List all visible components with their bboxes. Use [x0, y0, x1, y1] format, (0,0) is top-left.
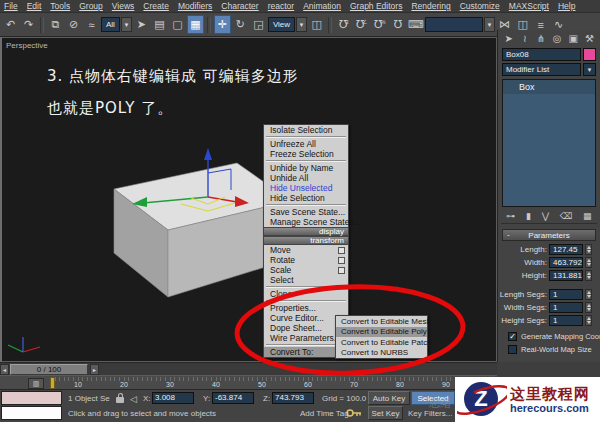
quad-menu-item[interactable]: Unfreeze All — [264, 139, 348, 149]
submenu-item-nurbs[interactable]: Convert to NURBS — [336, 348, 427, 359]
settings-box-icon[interactable] — [338, 247, 345, 254]
menubar-item[interactable]: Create — [143, 1, 169, 11]
quad-menu-item[interactable]: Unhide All — [264, 173, 348, 183]
realworld-map-checkbox[interactable] — [508, 345, 517, 354]
height-input[interactable]: 131.881 — [549, 270, 583, 281]
width-input[interactable]: 463.792 — [549, 257, 583, 268]
make-unique-icon[interactable]: ⋁ — [542, 211, 549, 221]
unlink-icon[interactable]: ⊘ — [65, 15, 82, 34]
parameters-rollout-header[interactable]: - Parameters — [502, 229, 596, 241]
width-segs-spinner[interactable] — [585, 302, 592, 313]
z-coordinate-field[interactable]: 743.793 — [272, 392, 314, 404]
angle-snap-icon[interactable]: ℧∠ — [353, 15, 370, 34]
tab-modify-icon[interactable]: ≀ — [517, 32, 532, 46]
quad-menu-item[interactable]: Isolate Selection — [264, 125, 348, 135]
length-segs-input[interactable]: 1 — [549, 289, 583, 300]
spinner-snap-icon[interactable]: ℧ — [389, 15, 406, 34]
scale-tool-icon[interactable]: ◲ — [250, 15, 267, 34]
perspective-viewport[interactable]: Perspective 3. 点物体右键编辑成 可编辑多边形 也就是POLY 了… — [0, 37, 497, 362]
time-slider-prev[interactable]: ◄ — [0, 364, 9, 375]
tab-create-icon[interactable]: ➤ — [501, 32, 516, 46]
quad-menu-item-rotate[interactable]: Rotate — [264, 255, 348, 265]
object-color-swatch[interactable] — [583, 48, 596, 61]
menubar-item[interactable]: Modifiers — [178, 1, 212, 11]
height-spinner[interactable] — [585, 270, 592, 281]
reference-coordinate-arrow[interactable]: ▼ — [296, 17, 307, 32]
menubar-item[interactable]: Group — [79, 1, 103, 11]
tab-display-icon[interactable]: ▣ — [566, 32, 581, 46]
mini-curve-editor-icon[interactable]: ▥ — [28, 378, 44, 389]
height-segs-spinner[interactable] — [585, 315, 592, 326]
submenu-item-editable-patch[interactable]: Convert to Editable Patch — [336, 337, 427, 348]
reference-coordinate-dropdown[interactable]: View — [268, 17, 295, 32]
quad-menu-item[interactable]: Hide Selection — [264, 193, 348, 203]
selection-filter-arrow[interactable]: ▼ — [121, 17, 132, 32]
modifier-stack[interactable]: Box — [502, 79, 596, 207]
length-segs-spinner[interactable] — [585, 289, 592, 300]
select-by-name-icon[interactable]: ▤ — [151, 15, 168, 34]
height-segs-input[interactable]: 1 — [549, 315, 583, 326]
quad-menu-item-move[interactable]: Move — [264, 245, 348, 255]
viewport-label[interactable]: Perspective — [6, 41, 48, 50]
snap-toggle-icon[interactable]: ℧3 — [335, 15, 352, 34]
generate-mapping-checkbox[interactable]: ✓ — [508, 332, 517, 341]
show-end-result-icon[interactable]: ▮ — [526, 211, 531, 221]
modifier-list-arrow[interactable]: ▼ — [583, 63, 596, 76]
settings-box-icon[interactable] — [338, 257, 345, 264]
selection-lock-icon[interactable] — [116, 397, 124, 403]
menubar-item[interactable]: MAXScript — [509, 1, 549, 11]
menubar-item[interactable]: Rendering — [411, 1, 450, 11]
menubar-item[interactable]: Graph Editors — [350, 1, 402, 11]
stack-item-box[interactable]: Box — [503, 80, 595, 94]
modifier-list-dropdown[interactable]: Modifier List — [502, 63, 581, 76]
percent-snap-icon[interactable]: ℧% — [371, 15, 388, 34]
length-spinner[interactable] — [585, 244, 592, 255]
auto-key-button[interactable]: Auto Key — [368, 391, 410, 405]
named-selection-dropdown[interactable] — [425, 17, 483, 32]
move-tool-icon[interactable]: ✛ — [214, 15, 231, 34]
region-select-icon[interactable]: ▢ — [169, 15, 186, 34]
quad-menu-item-scale[interactable]: Scale — [264, 265, 348, 275]
menubar-item[interactable]: reactor — [268, 1, 294, 11]
menubar-item[interactable]: Animation — [303, 1, 341, 11]
width-segs-input[interactable]: 1 — [549, 302, 583, 313]
track-bar[interactable]: ▥ 10 20 30 40 50 60 70 80 90 — [0, 375, 497, 390]
configure-modifier-sets-icon[interactable]: ▦ — [583, 211, 592, 221]
menubar-item[interactable]: Customize — [460, 1, 500, 11]
bind-spacewarp-icon[interactable]: ≈ — [83, 15, 100, 34]
quad-menu-item-hide-unselected[interactable]: Hide Unselected — [264, 183, 348, 193]
quad-menu-item[interactable]: Freeze Selection — [264, 149, 348, 159]
menubar-item[interactable]: Edit — [27, 1, 42, 11]
menubar-item[interactable]: Character — [221, 1, 258, 11]
pin-stack-icon[interactable]: ⊶ — [506, 211, 515, 221]
settings-box-icon[interactable] — [338, 267, 345, 274]
time-slider-handle[interactable]: 0 / 100 — [10, 364, 88, 375]
select-link-icon[interactable]: ⧉ — [47, 15, 64, 34]
named-selection-arrow[interactable]: ▼ — [484, 17, 495, 32]
use-pivot-center-icon[interactable]: ◫ — [308, 15, 325, 34]
select-object-icon[interactable]: ➤ — [133, 15, 150, 34]
add-time-tag[interactable]: Add Time Tag — [300, 409, 349, 418]
keyboard-override-icon[interactable]: ⌨ — [407, 15, 424, 34]
object-name-field[interactable]: Box08 — [502, 48, 581, 61]
time-slider-next[interactable]: ► — [90, 364, 99, 375]
menubar-item[interactable]: Help — [558, 1, 575, 11]
x-coordinate-field[interactable]: 3.008 — [152, 392, 194, 404]
redo-icon[interactable]: ↷ — [20, 15, 37, 34]
tab-utilities-icon[interactable]: ⚒ — [582, 32, 597, 46]
time-marker[interactable] — [50, 377, 55, 389]
quad-menu-item[interactable]: Properties... — [264, 303, 348, 313]
submenu-item-editable-poly[interactable]: Convert to Editable Poly — [336, 327, 427, 338]
width-spinner[interactable] — [585, 257, 592, 268]
set-key-button[interactable]: Set Key — [368, 406, 403, 420]
tab-motion-icon[interactable]: ◎ — [550, 32, 565, 46]
crossing-select-icon[interactable]: ▦ — [187, 15, 204, 34]
undo-icon[interactable]: ↶ — [2, 15, 19, 34]
quad-menu-item[interactable]: Unhide by Name — [264, 163, 348, 173]
menubar-item[interactable]: Views — [112, 1, 135, 11]
quad-menu-item[interactable]: Manage Scene States... — [264, 217, 348, 227]
remove-modifier-icon[interactable]: ⌫ — [560, 211, 573, 221]
rotate-tool-icon[interactable]: ↻ — [232, 15, 249, 34]
quad-menu-item[interactable]: Select — [264, 275, 348, 285]
menubar-item[interactable]: Tools — [50, 1, 70, 11]
